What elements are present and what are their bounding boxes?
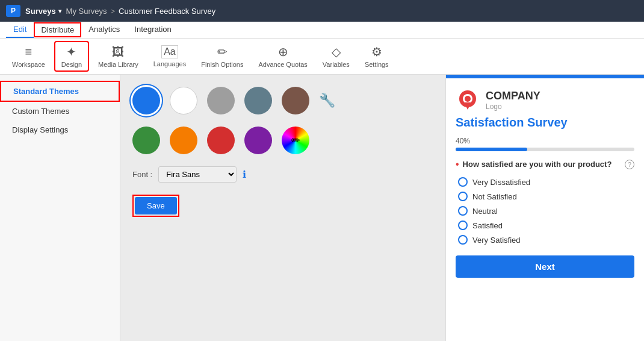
color-swatch-steel[interactable] <box>244 87 272 114</box>
color-swatch-red[interactable] <box>207 127 235 154</box>
question-row: • How satisfied are you with our product… <box>456 160 634 170</box>
font-select[interactable]: Fira Sans Arial Roboto Open Sans Lato <box>158 166 237 183</box>
color-swatch-gray[interactable] <box>207 87 235 114</box>
breadcrumb: My Surveys > Customer Feedback Survey <box>66 7 216 16</box>
preview-panel: COMPANY Logo Satisfaction Survey 40% • H… <box>445 75 644 341</box>
color-swatches-row2: ✏ <box>132 127 433 154</box>
toolbar-settings[interactable]: ⚙ Settings <box>359 42 395 70</box>
question-required-dot: • <box>456 159 459 170</box>
tab-distribute[interactable]: Distribute <box>34 22 81 37</box>
sidebar-item-display-settings[interactable]: Display Settings <box>0 120 120 139</box>
color-swatch-brown[interactable] <box>282 87 309 114</box>
radio-label-3: Neutral <box>472 207 498 216</box>
survey-title: Satisfaction Survey <box>456 116 634 130</box>
toolbar-languages[interactable]: Aa Languages <box>147 43 192 70</box>
toolbar-media-library-label: Media Library <box>98 61 138 68</box>
app-dropdown-arrow[interactable]: ▾ <box>58 8 61 14</box>
app-name: Surveys ▾ <box>25 7 61 16</box>
progress-bar <box>456 148 634 151</box>
languages-icon: Aa <box>161 45 178 58</box>
save-button[interactable]: Save <box>135 197 177 214</box>
toolbar-finish-options[interactable]: ✏ Finish Options <box>195 42 249 70</box>
media-library-icon: 🖼 <box>112 45 124 59</box>
toolbar-design[interactable]: ✦ Design <box>54 41 89 72</box>
radio-options: Very Dissatisfied Not Satisfied Neutral … <box>456 177 634 245</box>
finish-options-icon: ✏ <box>217 45 228 59</box>
radio-option-4[interactable]: Satisfied <box>456 221 634 230</box>
toolbar-languages-label: Languages <box>153 60 186 67</box>
radio-option-1[interactable]: Very Dissatisfied <box>456 177 634 187</box>
sidebar-item-custom-themes[interactable]: Custom Themes <box>0 102 120 120</box>
radio-circle-4 <box>458 221 468 230</box>
radio-option-2[interactable]: Not Satisfied <box>456 192 634 201</box>
toolbar-advance-quotas[interactable]: ⊕ Advance Quotas <box>252 42 313 70</box>
toolbar-workspace-label: Workspace <box>12 61 45 68</box>
info-icon[interactable]: ℹ <box>243 169 246 180</box>
color-swatch-orange[interactable] <box>170 127 197 154</box>
toolbar-finish-options-label: Finish Options <box>201 61 243 68</box>
tab-integration[interactable]: Integration <box>127 22 178 38</box>
toolbar-settings-label: Settings <box>365 61 389 68</box>
preview-logo-row: COMPANY Logo <box>456 88 634 112</box>
radio-label-1: Very Dissatisfied <box>472 178 530 187</box>
svg-point-2 <box>465 96 471 102</box>
tab-analytics[interactable]: Analytics <box>81 22 127 38</box>
color-swatch-white[interactable] <box>170 87 197 114</box>
radio-option-3[interactable]: Neutral <box>456 206 634 216</box>
sidebar: Standard Themes Custom Themes Display Se… <box>0 75 120 341</box>
radio-label-5: Very Satisfied <box>472 236 521 245</box>
top-bar: P Surveys ▾ My Surveys > Customer Feedba… <box>0 0 644 22</box>
radio-label-4: Satisfied <box>472 221 503 230</box>
save-button-container: Save <box>132 195 179 217</box>
question-text: How satisfied are you with our product? <box>463 160 621 169</box>
color-swatch-blue[interactable] <box>132 87 160 114</box>
next-button[interactable]: Next <box>456 255 634 278</box>
variables-icon: ◇ <box>332 45 341 59</box>
settings-icon: ⚙ <box>371 45 382 59</box>
font-row: Font : Fira Sans Arial Roboto Open Sans … <box>132 166 433 183</box>
content-area: 🔧 ✏ Font : Fira Sans Arial Roboto Open S… <box>120 75 445 341</box>
wrench-icon[interactable]: 🔧 <box>319 93 335 108</box>
tab-edit[interactable]: Edit <box>6 22 34 38</box>
company-name: COMPANY <box>486 90 540 102</box>
progress-bar-fill <box>456 148 527 151</box>
progress-label: 40% <box>456 137 634 145</box>
color-swatch-green[interactable] <box>132 127 160 154</box>
toolbar: ≡ Workspace ✦ Design 🖼 Media Library Aa … <box>0 39 644 75</box>
radio-circle-3 <box>458 206 468 216</box>
color-swatch-custom[interactable]: ✏ <box>282 127 309 154</box>
toolbar-advance-quotas-label: Advance Quotas <box>258 61 307 68</box>
app-logo: P <box>6 5 20 17</box>
preview-content: COMPANY Logo Satisfaction Survey 40% • H… <box>446 78 644 341</box>
font-label: Font : <box>132 170 152 179</box>
radio-circle-5 <box>458 235 468 245</box>
radio-circle-1 <box>458 177 468 187</box>
logo-sub: Logo <box>486 102 540 111</box>
logo-text-block: COMPANY Logo <box>486 90 540 111</box>
radio-circle-2 <box>458 192 468 201</box>
radio-label-2: Not Satisfied <box>472 192 517 201</box>
toolbar-design-label: Design <box>61 61 82 68</box>
main-layout: Standard Themes Custom Themes Display Se… <box>0 75 644 341</box>
toolbar-workspace[interactable]: ≡ Workspace <box>6 43 51 70</box>
radio-option-5[interactable]: Very Satisfied <box>456 235 634 245</box>
nav-tabs: Edit Distribute Analytics Integration <box>0 22 644 39</box>
toolbar-variables[interactable]: ◇ Variables <box>317 42 356 70</box>
workspace-icon: ≡ <box>25 45 33 59</box>
sidebar-item-standard-themes[interactable]: Standard Themes <box>0 81 120 102</box>
breadcrumb-my-surveys[interactable]: My Surveys <box>66 7 107 16</box>
breadcrumb-current: Customer Feedback Survey <box>119 7 215 16</box>
design-icon: ✦ <box>66 45 76 59</box>
toolbar-variables-label: Variables <box>323 61 350 68</box>
question-help-icon[interactable]: ? <box>625 160 634 169</box>
breadcrumb-separator: > <box>111 7 116 16</box>
company-logo-icon <box>456 88 480 112</box>
color-swatches-row1: 🔧 <box>132 87 433 114</box>
color-swatch-purple[interactable] <box>244 127 272 154</box>
advance-quotas-icon: ⊕ <box>278 45 288 59</box>
toolbar-media-library[interactable]: 🖼 Media Library <box>92 43 144 70</box>
